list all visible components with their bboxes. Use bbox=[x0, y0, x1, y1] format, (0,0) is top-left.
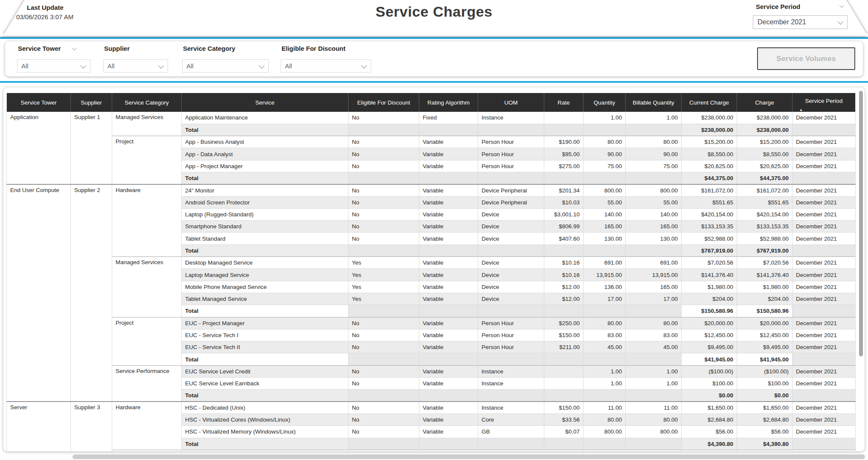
cell: Variable bbox=[419, 281, 478, 293]
cell: 13,915.00 bbox=[584, 269, 626, 281]
slicer-supplier: Supplier All bbox=[103, 41, 168, 76]
cell: 165.00 bbox=[626, 281, 682, 293]
service-tower-dropdown[interactable]: All bbox=[17, 59, 90, 73]
cell: Device Peripheral bbox=[478, 184, 544, 196]
column-header-billable-quantity[interactable]: Billable Quantity bbox=[626, 93, 682, 112]
cell: Desktop Managed Service bbox=[182, 257, 348, 269]
column-header-uom[interactable]: UOM bbox=[478, 93, 544, 112]
cell bbox=[584, 390, 626, 402]
cell bbox=[682, 450, 737, 451]
cell: Laptop Managed Service bbox=[182, 269, 348, 281]
table-row: Managed ServicesDesktop Managed ServiceY… bbox=[7, 257, 856, 269]
cell: No bbox=[348, 402, 419, 413]
charges-table: Service TowerSupplierService CategorySer… bbox=[6, 93, 856, 451]
horizontal-scrollbar-thumb[interactable] bbox=[73, 454, 865, 459]
table-row: Service PerformanceEUC Service Level Cre… bbox=[7, 365, 856, 377]
chevron-down-icon bbox=[72, 45, 76, 50]
cell: GB bbox=[478, 426, 544, 438]
cell bbox=[626, 438, 682, 450]
column-header-charge[interactable]: Charge bbox=[737, 93, 793, 112]
cell: 45.00 bbox=[584, 341, 626, 353]
cell: Variable bbox=[419, 148, 478, 160]
column-header-rate[interactable]: Rate bbox=[544, 93, 584, 112]
cell bbox=[793, 450, 856, 451]
cell bbox=[584, 353, 626, 365]
cell: December 2021 bbox=[793, 148, 856, 160]
horizontal-scrollbar[interactable] bbox=[0, 454, 868, 460]
column-header-service-category[interactable]: Service Category bbox=[112, 93, 182, 112]
cell: No bbox=[348, 196, 419, 208]
cell: Tablet Standard bbox=[182, 233, 348, 245]
column-header-current-charge[interactable]: Current Charge bbox=[682, 93, 737, 112]
cell: December 2021 bbox=[793, 269, 856, 281]
column-header-supplier[interactable]: Supplier bbox=[71, 93, 112, 112]
vertical-scrollbar[interactable] bbox=[859, 90, 863, 449]
cell: 1.00 bbox=[626, 365, 682, 377]
column-header-eligible-for-discount[interactable]: Eligible For Discount bbox=[348, 93, 419, 112]
table-row: ProjectApp - Business AnalystNoVariableP… bbox=[7, 136, 856, 148]
eligible-for-discount-dropdown[interactable]: All bbox=[281, 59, 371, 73]
cell bbox=[478, 124, 544, 136]
cell bbox=[626, 124, 682, 136]
cell: Person Hour bbox=[478, 341, 544, 353]
cell: No bbox=[348, 341, 419, 353]
column-header-service-tower[interactable]: Service Tower bbox=[7, 93, 71, 112]
service-tower-cell: Server bbox=[7, 402, 71, 451]
cell: Variable bbox=[419, 196, 478, 208]
supplier-dropdown[interactable]: All bbox=[103, 59, 168, 73]
chevron-down-icon bbox=[158, 62, 164, 68]
cell: $44,375.00 bbox=[737, 172, 793, 184]
cell bbox=[348, 450, 419, 451]
cell: 165.00 bbox=[626, 221, 682, 233]
cell bbox=[584, 450, 626, 451]
column-header-rating-algorithm[interactable]: Rating Algorithm bbox=[419, 93, 478, 112]
cell: $551.65 bbox=[737, 196, 793, 208]
page-title: Service Charges bbox=[0, 3, 868, 20]
cell: No bbox=[348, 426, 419, 438]
cell: 80.00 bbox=[626, 413, 682, 425]
cell: 80.00 bbox=[584, 413, 626, 425]
column-header-service-period[interactable]: Service Period▲ bbox=[793, 93, 856, 112]
cell bbox=[626, 450, 682, 451]
cell: $56.00 bbox=[737, 426, 793, 438]
service-period-dropdown[interactable]: December 2021 bbox=[753, 15, 848, 29]
cell: Variable bbox=[419, 136, 478, 148]
cell: $141,376.40 bbox=[682, 269, 737, 281]
cell bbox=[419, 390, 478, 402]
cell bbox=[419, 305, 478, 317]
cell: 80.00 bbox=[626, 317, 682, 329]
cell: Fixed bbox=[419, 112, 478, 124]
cell: 1.00 bbox=[584, 365, 626, 377]
cell: No bbox=[348, 208, 419, 220]
cell: EUC - Project Manager bbox=[182, 317, 348, 329]
cell bbox=[348, 245, 419, 256]
vertical-scrollbar-thumb[interactable] bbox=[859, 91, 863, 356]
slicer-value: All bbox=[186, 62, 194, 70]
cell: Variable bbox=[419, 221, 478, 233]
cell: December 2021 bbox=[793, 233, 856, 245]
cell: $41,945.00 bbox=[682, 353, 737, 365]
service-category-dropdown[interactable]: All bbox=[182, 59, 269, 73]
cell bbox=[626, 245, 682, 256]
cell: 140.00 bbox=[626, 208, 682, 220]
cell bbox=[544, 353, 584, 365]
cell: $161,072.00 bbox=[737, 184, 793, 196]
cell: Variable bbox=[419, 426, 478, 438]
cell bbox=[737, 450, 793, 451]
cell: 24" Monitor bbox=[182, 184, 348, 196]
cell: $1,650.00 bbox=[682, 402, 737, 413]
service-volumes-button[interactable]: Service Volumes bbox=[757, 47, 855, 70]
column-header-service[interactable]: Service bbox=[182, 93, 348, 112]
cell: December 2021 bbox=[793, 329, 856, 341]
cell bbox=[584, 124, 626, 136]
cell bbox=[348, 305, 419, 317]
column-header-quantity[interactable]: Quantity bbox=[584, 93, 626, 112]
cell: 45.00 bbox=[626, 341, 682, 353]
service-period-label: Service Period bbox=[756, 3, 800, 10]
slicer-label: Service Category bbox=[183, 45, 235, 52]
cell bbox=[419, 172, 478, 184]
table-row: ApplicationSupplier 1Managed ServicesApp… bbox=[7, 112, 856, 124]
supplier-cell: Supplier 1 bbox=[71, 112, 112, 184]
cell bbox=[544, 305, 584, 317]
cell: 1.00 bbox=[584, 112, 626, 124]
